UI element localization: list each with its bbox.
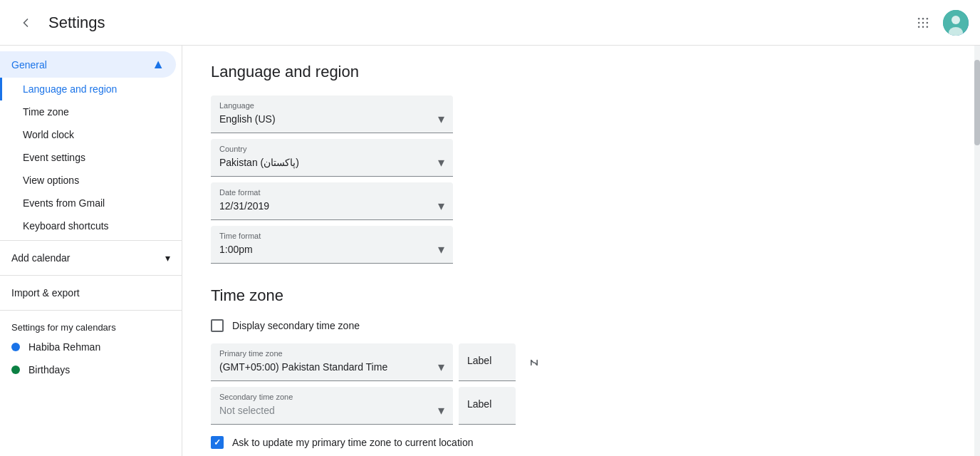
country-select-label: Country [211, 139, 453, 153]
svg-point-1 [922, 17, 924, 19]
sidebar-general-chevron-icon: ▲ [152, 57, 165, 72]
grid-apps-button[interactable] [909, 9, 937, 37]
sidebar-item-label: Event settings [23, 152, 85, 163]
secondary-tz-arrow-icon: ▾ [438, 403, 444, 418]
time-format-arrow-icon: ▾ [438, 242, 444, 257]
sidebar: General ▲ Language and region Time zone … [0, 46, 182, 456]
svg-point-2 [927, 17, 929, 19]
habiba-dot-icon [11, 343, 20, 351]
sidebar-import-export[interactable]: Import & export [0, 279, 182, 307]
scrollbar[interactable] [974, 46, 980, 456]
birthdays-dot-icon [11, 366, 20, 374]
time-format-value: 1:00pm ▾ [211, 240, 453, 263]
date-format-arrow-icon: ▾ [438, 198, 444, 214]
sidebar-item-language-and-region[interactable]: Language and region [0, 78, 176, 100]
ask-update-checkbox[interactable] [211, 436, 224, 449]
sidebar-general-header[interactable]: General ▲ [0, 51, 176, 78]
time-format-select[interactable]: Time format 1:00pm ▾ [211, 226, 453, 264]
sidebar-item-label: Time zone [23, 106, 69, 118]
country-select-value: Pakistan (پاکستان) ▾ [211, 153, 453, 176]
sidebar-item-label: Language and region [23, 83, 117, 95]
svg-point-10 [952, 16, 960, 24]
add-calendar-label: Add calendar [11, 252, 71, 264]
secondary-tz-row: Secondary time zone Not selected ▾ Label [211, 387, 946, 425]
display-secondary-checkbox[interactable] [211, 319, 224, 332]
sidebar-calendar-habiba[interactable]: Habiba Rehman [0, 336, 182, 358]
svg-point-5 [927, 21, 929, 24]
date-format-select[interactable]: Date format 12/31/2019 ▾ [211, 182, 453, 220]
language-select-label: Language [211, 95, 453, 110]
svg-point-6 [918, 26, 920, 28]
page-title: Settings [48, 14, 105, 32]
header-right [909, 9, 969, 37]
sidebar-item-time-zone[interactable]: Time zone [0, 100, 176, 123]
ask-update-label: Ask to update my primary time zone to cu… [232, 437, 473, 448]
date-format-value: 12/31/2019 ▾ [211, 197, 453, 219]
primary-tz-label-field[interactable]: Label [459, 343, 516, 381]
country-value-text: Pakistan (پاکستان) [219, 157, 299, 168]
sidebar-item-label: View options [23, 175, 79, 186]
swap-timezones-button[interactable] [521, 343, 547, 381]
layout: General ▲ Language and region Time zone … [0, 46, 980, 456]
sidebar-item-label: Keyboard shortcuts [23, 220, 109, 232]
svg-point-8 [927, 26, 929, 28]
svg-point-4 [922, 21, 924, 24]
scrollbar-thumb[interactable] [974, 60, 980, 145]
svg-point-7 [922, 26, 924, 28]
sidebar-item-events-from-gmail[interactable]: Events from Gmail [0, 192, 176, 214]
primary-tz-select[interactable]: Primary time zone (GMT+05:00) Pakistan S… [211, 343, 453, 381]
sidebar-item-label: Events from Gmail [23, 197, 105, 209]
primary-tz-label: Primary time zone [211, 343, 453, 358]
display-secondary-label: Display secondary time zone [232, 320, 360, 331]
sidebar-item-label: World clock [23, 129, 74, 140]
sidebar-add-calendar[interactable]: Add calendar ▾ [0, 244, 182, 272]
sidebar-item-world-clock[interactable]: World clock [0, 123, 176, 146]
secondary-tz-select[interactable]: Secondary time zone Not selected ▾ [211, 387, 453, 425]
secondary-tz-value: Not selected ▾ [211, 401, 453, 424]
time-format-label: Time format [211, 226, 453, 240]
avatar[interactable] [943, 10, 969, 36]
header: Settings [0, 0, 980, 46]
country-select-arrow-icon: ▾ [438, 155, 444, 170]
svg-point-3 [918, 21, 920, 24]
primary-tz-arrow-icon: ▾ [438, 359, 444, 375]
language-select-arrow-icon: ▾ [438, 111, 444, 127]
sidebar-item-keyboard-shortcuts[interactable]: Keyboard shortcuts [0, 214, 176, 237]
divider [0, 240, 182, 241]
divider-3 [0, 310, 182, 311]
svg-point-0 [918, 17, 920, 19]
language-select-value: English (US) ▾ [211, 110, 453, 133]
primary-tz-row: Primary time zone (GMT+05:00) Pakistan S… [211, 343, 946, 381]
calendar-label: Habiba Rehman [28, 341, 100, 353]
my-calendars-label: Settings for my calendars [0, 314, 182, 336]
header-left: Settings [11, 9, 105, 37]
date-format-value-text: 12/31/2019 [219, 200, 269, 212]
sidebar-general-label: General [11, 59, 47, 71]
secondary-tz-label: Secondary time zone [211, 387, 453, 401]
sidebar-calendar-birthdays[interactable]: Birthdays [0, 358, 182, 381]
time-zone-title: Time zone [211, 286, 946, 305]
ask-update-row: Ask to update my primary time zone to cu… [211, 436, 946, 449]
main-content: Language and region Language English (US… [182, 46, 974, 456]
language-region-title: Language and region [211, 63, 946, 81]
import-export-label: Import & export [11, 287, 80, 299]
language-select[interactable]: Language English (US) ▾ [211, 95, 453, 133]
country-select[interactable]: Country Pakistan (پاکستان) ▾ [211, 139, 453, 177]
time-format-value-text: 1:00pm [219, 244, 253, 255]
secondary-tz-label-field[interactable]: Label [459, 387, 516, 425]
language-region-section: Language and region Language English (US… [211, 63, 946, 264]
primary-tz-value: (GMT+05:00) Pakistan Standard Time ▾ [211, 358, 453, 380]
calendar-label: Birthdays [28, 364, 70, 375]
back-button[interactable] [11, 9, 40, 37]
secondary-tz-value-text: Not selected [219, 405, 275, 416]
date-format-label: Date format [211, 182, 453, 197]
display-secondary-row: Display secondary time zone [211, 319, 946, 332]
divider-2 [0, 275, 182, 276]
add-calendar-chevron-icon: ▾ [165, 252, 170, 264]
sidebar-item-event-settings[interactable]: Event settings [0, 146, 176, 169]
primary-tz-value-text: (GMT+05:00) Pakistan Standard Time [219, 361, 387, 373]
time-zone-section: Time zone Display secondary time zone Pr… [211, 286, 946, 449]
language-value-text: English (US) [219, 113, 276, 125]
sidebar-item-view-options[interactable]: View options [0, 169, 176, 192]
